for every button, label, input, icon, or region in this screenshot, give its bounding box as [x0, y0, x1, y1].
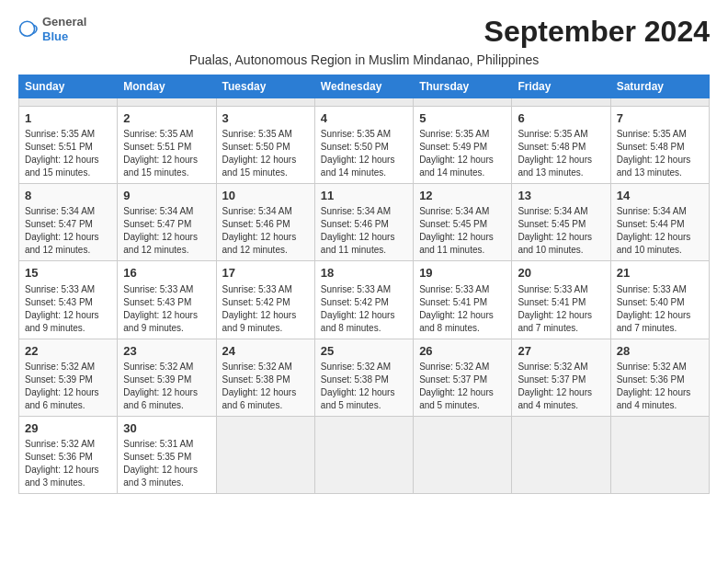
calendar-day-cell — [19, 98, 118, 107]
day-info: Sunrise: 5:34 AMSunset: 5:46 PMDaylight:… — [222, 205, 309, 257]
day-info: Sunrise: 5:34 AMSunset: 5:47 PMDaylight:… — [123, 205, 210, 257]
calendar-day-cell: 14Sunrise: 5:34 AMSunset: 5:44 PMDayligh… — [610, 184, 709, 261]
location-title: Pualas, Autonomous Region in Muslim Mind… — [18, 52, 710, 67]
header: General Blue September 2024 — [18, 15, 710, 49]
day-info: Sunrise: 5:34 AMSunset: 5:45 PMDaylight:… — [518, 205, 604, 257]
day-info: Sunrise: 5:35 AMSunset: 5:48 PMDaylight:… — [617, 128, 703, 179]
day-number: 30 — [123, 420, 210, 437]
day-info: Sunrise: 5:33 AMSunset: 5:41 PMDaylight:… — [419, 283, 506, 335]
calendar-day-cell: 7Sunrise: 5:35 AMSunset: 5:48 PMDaylight… — [610, 107, 709, 184]
day-info: Sunrise: 5:35 AMSunset: 5:50 PMDaylight:… — [222, 128, 309, 179]
calendar-day-cell: 9Sunrise: 5:34 AMSunset: 5:47 PMDaylight… — [118, 184, 216, 261]
calendar-day-cell: 24Sunrise: 5:32 AMSunset: 5:38 PMDayligh… — [216, 339, 314, 416]
day-number: 15 — [25, 265, 111, 282]
calendar-week-row: 15Sunrise: 5:33 AMSunset: 5:43 PMDayligh… — [19, 261, 710, 339]
day-info: Sunrise: 5:34 AMSunset: 5:45 PMDaylight:… — [419, 205, 506, 257]
day-info: Sunrise: 5:32 AMSunset: 5:37 PMDaylight:… — [419, 361, 506, 412]
day-info: Sunrise: 5:33 AMSunset: 5:43 PMDaylight:… — [25, 283, 111, 335]
calendar-day-cell: 17Sunrise: 5:33 AMSunset: 5:42 PMDayligh… — [216, 261, 314, 339]
logo-general-text: General — [42, 15, 86, 29]
day-info: Sunrise: 5:34 AMSunset: 5:47 PMDaylight:… — [25, 205, 111, 257]
day-info: Sunrise: 5:35 AMSunset: 5:50 PMDaylight:… — [321, 128, 407, 179]
calendar-day-cell: 2Sunrise: 5:35 AMSunset: 5:51 PMDaylight… — [118, 107, 216, 184]
calendar-day-cell — [216, 416, 314, 493]
day-info: Sunrise: 5:34 AMSunset: 5:46 PMDaylight:… — [321, 205, 407, 257]
day-number: 23 — [123, 343, 210, 360]
calendar-day-cell: 23Sunrise: 5:32 AMSunset: 5:39 PMDayligh… — [118, 339, 216, 416]
calendar-day-cell: 1Sunrise: 5:35 AMSunset: 5:51 PMDaylight… — [19, 107, 118, 184]
day-info: Sunrise: 5:35 AMSunset: 5:51 PMDaylight:… — [25, 128, 111, 179]
logo: General Blue — [18, 15, 86, 43]
day-info: Sunrise: 5:33 AMSunset: 5:42 PMDaylight:… — [321, 283, 407, 335]
day-number: 8 — [25, 188, 111, 204]
day-info: Sunrise: 5:32 AMSunset: 5:39 PMDaylight:… — [25, 361, 111, 412]
calendar-day-cell: 15Sunrise: 5:33 AMSunset: 5:43 PMDayligh… — [19, 261, 118, 339]
day-info: Sunrise: 5:33 AMSunset: 5:43 PMDaylight:… — [123, 283, 210, 335]
logo-icon — [18, 18, 40, 40]
calendar-day-cell: 11Sunrise: 5:34 AMSunset: 5:46 PMDayligh… — [314, 184, 413, 261]
calendar-week-row: 1Sunrise: 5:35 AMSunset: 5:51 PMDaylight… — [19, 107, 710, 184]
day-number: 9 — [123, 188, 210, 204]
calendar-day-header: Wednesday — [314, 75, 413, 98]
month-title: September 2024 — [484, 15, 710, 49]
day-number: 7 — [617, 110, 703, 127]
calendar-day-cell — [610, 416, 709, 493]
calendar-day-cell — [512, 416, 610, 493]
calendar-day-cell: 16Sunrise: 5:33 AMSunset: 5:43 PMDayligh… — [118, 261, 216, 339]
calendar-day-cell: 30Sunrise: 5:31 AMSunset: 5:35 PMDayligh… — [118, 416, 216, 493]
day-info: Sunrise: 5:32 AMSunset: 5:39 PMDaylight:… — [123, 361, 210, 412]
day-info: Sunrise: 5:32 AMSunset: 5:36 PMDaylight:… — [25, 438, 111, 489]
day-info: Sunrise: 5:35 AMSunset: 5:48 PMDaylight:… — [518, 128, 604, 179]
day-number: 19 — [419, 265, 506, 282]
calendar-day-cell — [512, 98, 610, 107]
calendar-day-cell — [414, 416, 512, 493]
day-info: Sunrise: 5:32 AMSunset: 5:38 PMDaylight:… — [222, 361, 309, 412]
day-info: Sunrise: 5:32 AMSunset: 5:38 PMDaylight:… — [321, 361, 407, 412]
calendar-day-header: Sunday — [19, 75, 118, 98]
calendar-day-cell: 27Sunrise: 5:32 AMSunset: 5:37 PMDayligh… — [512, 339, 610, 416]
day-number: 13 — [518, 188, 604, 204]
calendar-day-cell: 21Sunrise: 5:33 AMSunset: 5:40 PMDayligh… — [610, 261, 709, 339]
calendar-day-cell: 20Sunrise: 5:33 AMSunset: 5:41 PMDayligh… — [512, 261, 610, 339]
day-number: 12 — [419, 188, 506, 204]
day-number: 26 — [419, 343, 506, 360]
calendar-week-row: 22Sunrise: 5:32 AMSunset: 5:39 PMDayligh… — [19, 339, 710, 416]
day-number: 11 — [321, 188, 407, 204]
calendar-day-cell: 6Sunrise: 5:35 AMSunset: 5:48 PMDaylight… — [512, 107, 610, 184]
calendar-day-cell: 13Sunrise: 5:34 AMSunset: 5:45 PMDayligh… — [512, 184, 610, 261]
day-number: 25 — [321, 343, 407, 360]
calendar-day-cell — [118, 98, 216, 107]
calendar-day-cell: 12Sunrise: 5:34 AMSunset: 5:45 PMDayligh… — [414, 184, 512, 261]
day-info: Sunrise: 5:33 AMSunset: 5:42 PMDaylight:… — [222, 283, 309, 335]
day-info: Sunrise: 5:32 AMSunset: 5:37 PMDaylight:… — [518, 361, 604, 412]
day-number: 18 — [321, 265, 407, 282]
day-info: Sunrise: 5:31 AMSunset: 5:35 PMDaylight:… — [123, 438, 210, 489]
calendar-day-cell — [610, 98, 709, 107]
day-number: 6 — [518, 110, 604, 127]
calendar-day-cell: 3Sunrise: 5:35 AMSunset: 5:50 PMDaylight… — [216, 107, 314, 184]
day-number: 17 — [222, 265, 309, 282]
page-wrapper: General Blue September 2024 Pualas, Auto… — [18, 15, 710, 494]
day-info: Sunrise: 5:35 AMSunset: 5:51 PMDaylight:… — [123, 128, 210, 179]
calendar-table: SundayMondayTuesdayWednesdayThursdayFrid… — [18, 75, 710, 494]
day-number: 10 — [222, 188, 309, 204]
calendar-day-cell: 29Sunrise: 5:32 AMSunset: 5:36 PMDayligh… — [19, 416, 118, 493]
day-number: 27 — [518, 343, 604, 360]
day-number: 16 — [123, 265, 210, 282]
day-info: Sunrise: 5:34 AMSunset: 5:44 PMDaylight:… — [617, 205, 703, 257]
calendar-day-header: Tuesday — [216, 75, 314, 98]
calendar-day-cell — [314, 98, 413, 107]
day-number: 1 — [25, 110, 111, 127]
calendar-day-cell: 28Sunrise: 5:32 AMSunset: 5:36 PMDayligh… — [610, 339, 709, 416]
day-number: 29 — [25, 420, 111, 437]
day-number: 21 — [617, 265, 703, 282]
calendar-day-header: Saturday — [610, 75, 709, 98]
calendar-day-header: Thursday — [414, 75, 512, 98]
day-number: 4 — [321, 110, 407, 127]
day-number: 28 — [617, 343, 703, 360]
calendar-day-cell: 4Sunrise: 5:35 AMSunset: 5:50 PMDaylight… — [314, 107, 413, 184]
calendar-day-cell: 26Sunrise: 5:32 AMSunset: 5:37 PMDayligh… — [414, 339, 512, 416]
calendar-day-cell: 25Sunrise: 5:32 AMSunset: 5:38 PMDayligh… — [314, 339, 413, 416]
calendar-day-header: Friday — [512, 75, 610, 98]
calendar-day-cell: 22Sunrise: 5:32 AMSunset: 5:39 PMDayligh… — [19, 339, 118, 416]
